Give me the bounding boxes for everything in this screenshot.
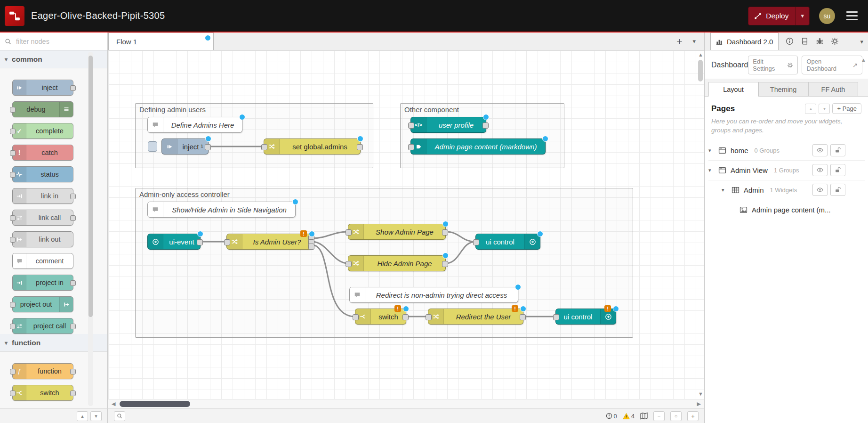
palette-node-complete[interactable]: ✓ complete xyxy=(12,123,73,139)
open-dashboard-button[interactable]: Open Dashboard ↗ xyxy=(802,56,862,74)
node-redirect-comment[interactable]: Redirect is non-admin trying direct acce… xyxy=(349,287,518,303)
sidebar-scroll-up[interactable]: ▲ xyxy=(861,57,866,63)
palette-node-project-call[interactable]: project call xyxy=(12,318,73,334)
node-show-hide-comment[interactable]: Show/Hide Admin in Side Navigation xyxy=(147,202,296,218)
input-port[interactable] xyxy=(346,229,352,236)
input-port[interactable] xyxy=(553,314,559,320)
canvas-scroll-up[interactable]: ▲ xyxy=(698,52,703,57)
lock-button[interactable] xyxy=(830,144,845,156)
tab-ff-auth[interactable]: FF Auth xyxy=(808,82,858,97)
output-port[interactable] xyxy=(357,144,363,150)
zoom-reset-button[interactable]: ○ xyxy=(670,411,682,421)
wire[interactable] xyxy=(446,242,475,263)
node-switch[interactable]: switch ! xyxy=(355,309,406,325)
canvas-scroll-right[interactable]: ▶ xyxy=(694,401,704,407)
debug-bug-icon[interactable] xyxy=(816,37,824,45)
expand-categories-button[interactable]: ▾ xyxy=(90,411,102,421)
wire[interactable] xyxy=(446,232,475,242)
settings-gear-icon[interactable] xyxy=(831,37,839,45)
node-is-admin-user[interactable]: Is Admin User? ! xyxy=(226,234,312,250)
canvas-hscrollbar-thumb[interactable] xyxy=(120,401,190,407)
palette-node-link-in[interactable]: link in xyxy=(12,188,73,204)
node-ui-control-1[interactable]: ui control xyxy=(475,234,540,250)
main-menu-button[interactable] xyxy=(844,9,860,22)
output-port[interactable] xyxy=(197,239,203,245)
input-port[interactable] xyxy=(473,239,479,245)
deploy-options-caret[interactable]: ▾ xyxy=(795,7,809,25)
input-port[interactable] xyxy=(408,144,414,150)
node-ui-event[interactable]: ui-event xyxy=(147,234,201,250)
flow-list-caret[interactable]: ▾ xyxy=(692,38,696,45)
edit-settings-button[interactable]: Edit Settings xyxy=(748,56,798,74)
palette-node-project-in[interactable]: project in xyxy=(12,275,73,291)
visibility-eye-button[interactable] xyxy=(812,144,828,156)
zoom-in-button[interactable]: + xyxy=(687,411,699,421)
palette-node-comment[interactable]: comment xyxy=(12,253,73,269)
visibility-eye-button[interactable] xyxy=(812,164,828,176)
move-page-down-button[interactable]: ▾ xyxy=(819,104,830,114)
collapse-categories-button[interactable]: ▴ xyxy=(77,411,88,421)
node-admin-page-content[interactable]: Admin page content (markdown) xyxy=(410,138,546,155)
add-page-button[interactable]: + Page xyxy=(832,103,861,114)
inject-trigger-button[interactable] xyxy=(148,141,157,152)
palette-node-debug[interactable]: debug xyxy=(12,101,73,117)
output-port[interactable] xyxy=(442,261,448,267)
palette-scrollbar-thumb[interactable] xyxy=(88,56,93,317)
tree-row-home[interactable]: ▾ home 0 Groups xyxy=(708,141,865,161)
tree-row-admin-page-content[interactable]: Admin page content (m... xyxy=(708,200,865,220)
node-define-admins-comment[interactable]: Define Admins Here xyxy=(147,117,242,133)
node-ui-control-2[interactable]: ui control ! xyxy=(555,309,616,325)
minimap-toggle[interactable] xyxy=(640,412,648,420)
input-port[interactable] xyxy=(426,314,432,320)
flow-canvas[interactable]: Defining admin users Other component Adm… xyxy=(108,50,704,399)
canvas-vscrollbar-thumb[interactable] xyxy=(698,60,703,81)
chevron-down-icon[interactable]: ▾ xyxy=(722,187,727,193)
tab-theming[interactable]: Theming xyxy=(758,82,808,97)
input-port[interactable] xyxy=(224,239,230,245)
output-port[interactable] xyxy=(402,314,409,320)
visibility-eye-button[interactable] xyxy=(812,184,828,196)
error-count[interactable]: 0 xyxy=(606,413,617,420)
sidebar-menu-caret[interactable]: ▾ xyxy=(860,38,868,50)
lock-button[interactable] xyxy=(830,164,845,176)
wire[interactable] xyxy=(312,242,348,263)
help-book-icon[interactable] xyxy=(801,37,809,45)
input-port[interactable] xyxy=(353,314,359,320)
lock-button[interactable] xyxy=(830,184,845,196)
node-inject[interactable]: inject ¹ xyxy=(161,138,209,155)
output-port-3[interactable] xyxy=(308,244,314,250)
palette-node-inject[interactable]: inject xyxy=(12,80,73,96)
input-port[interactable] xyxy=(408,122,414,129)
user-avatar[interactable]: su xyxy=(819,8,835,24)
canvas-scroll-left[interactable]: ◀ xyxy=(108,401,119,407)
palette-node-link-call[interactable]: link call xyxy=(12,210,73,226)
chevron-down-icon[interactable]: ▾ xyxy=(708,147,714,154)
node-set-global-admins[interactable]: set global.admins xyxy=(264,138,361,155)
filter-nodes-input[interactable] xyxy=(15,37,96,46)
tab-flow-1[interactable]: Flow 1 xyxy=(108,33,214,50)
info-icon[interactable] xyxy=(786,37,794,45)
palette-node-status[interactable]: status xyxy=(12,166,73,182)
output-port[interactable] xyxy=(442,229,448,236)
output-port[interactable] xyxy=(520,314,526,320)
node-show-admin-page[interactable]: Show Admin Page xyxy=(348,224,446,240)
palette-node-link-out[interactable]: link out xyxy=(12,231,73,247)
tab-layout[interactable]: Layout xyxy=(708,82,758,97)
palette-node-catch[interactable]: ! catch xyxy=(12,145,73,161)
node-user-profile[interactable]: </> user profile xyxy=(410,117,486,133)
tab-dashboard-2[interactable]: Dashboard 2.0 xyxy=(710,33,779,50)
search-flows-button[interactable] xyxy=(114,411,125,421)
chevron-down-icon[interactable]: ▾ xyxy=(708,167,714,173)
canvas-scroll-down[interactable]: ▼ xyxy=(698,391,703,397)
input-port[interactable] xyxy=(261,144,267,150)
palette-node-switch[interactable]: switch xyxy=(12,385,73,401)
tree-row-admin-view[interactable]: ▾ Admin View 1 Groups xyxy=(708,161,865,180)
wire[interactable] xyxy=(312,232,348,238)
output-port[interactable] xyxy=(205,144,211,150)
add-flow-button[interactable]: + xyxy=(676,36,682,46)
warning-count[interactable]: 4 xyxy=(623,413,635,420)
palette-node-project-out[interactable]: project out xyxy=(12,296,73,312)
output-port[interactable] xyxy=(482,122,489,129)
input-port[interactable] xyxy=(346,261,352,267)
canvas-hscrollbar-track[interactable] xyxy=(119,401,693,407)
